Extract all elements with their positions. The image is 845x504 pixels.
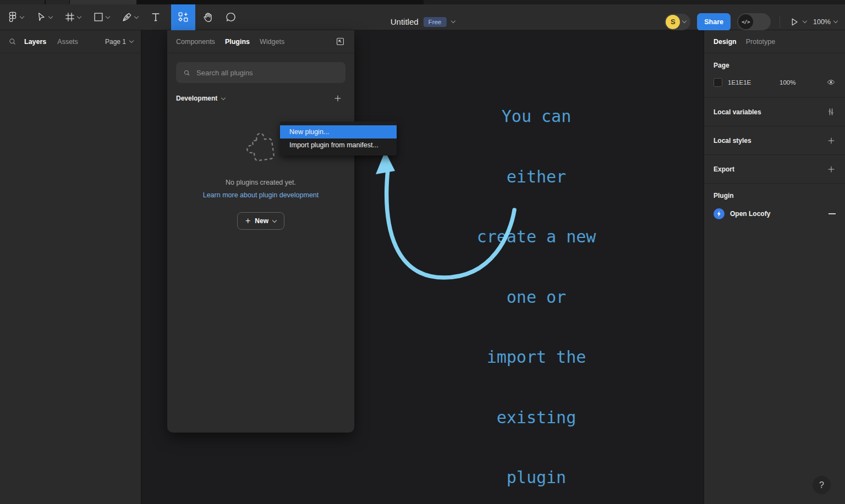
comment-tool-icon [225, 11, 237, 23]
window-tab-segment-active [70, 0, 136, 4]
zoom-menu[interactable]: 100% [813, 18, 837, 26]
main-menu-button[interactable] [7, 4, 24, 30]
chevron-down-icon [833, 19, 838, 23]
tab-prototype[interactable]: Prototype [746, 38, 776, 46]
plugin-search-input[interactable] [196, 69, 339, 77]
annotation-line: either [448, 167, 624, 187]
plus-icon: + [245, 217, 250, 225]
dev-mode-toggle[interactable]: </> [737, 13, 771, 30]
window-tab-segment [0, 0, 45, 4]
eye-icon [826, 77, 836, 87]
empty-message: No plugins created yet. [226, 179, 296, 186]
sliders-icon[interactable] [826, 107, 836, 117]
add-plugin-button[interactable] [333, 94, 342, 103]
toolbar-tools [0, 4, 249, 30]
plus-icon[interactable] [827, 165, 836, 174]
annotation-line: You can [448, 107, 624, 127]
puzzle-piece-icon [242, 127, 280, 167]
canvas-annotation-text: You can either create a new one or impor… [448, 67, 624, 504]
tab-assets[interactable]: Assets [57, 38, 78, 46]
right-sidebar-tabs: Design Prototype [704, 30, 845, 53]
document-title: Untitled [391, 17, 419, 26]
local-variables-label: Local variables [714, 108, 761, 116]
export-row[interactable]: Export [704, 155, 845, 184]
minus-icon [828, 213, 836, 214]
share-button[interactable]: Share [697, 13, 731, 31]
chevron-down-icon [48, 14, 53, 18]
plugin-row[interactable]: Open Locofy [714, 208, 836, 219]
annotation-line: create a new [448, 227, 624, 247]
window-tab-segment [46, 0, 69, 4]
text-tool-button[interactable] [150, 4, 162, 30]
divider [780, 16, 780, 28]
lightning-icon [714, 208, 725, 219]
popout-window-button[interactable] [335, 36, 345, 47]
plugins-panel: Components Plugins Widgets Development [167, 30, 354, 433]
annotation-line: existing [448, 408, 624, 428]
plugin-search[interactable] [176, 62, 345, 83]
code-toggle-icon: </> [738, 14, 753, 29]
plugin-section-title: Plugin [714, 192, 836, 200]
search-icon[interactable] [8, 37, 17, 46]
actions-tool-button[interactable] [171, 4, 195, 30]
menu-item-new-plugin[interactable]: New plugin... [280, 125, 397, 139]
move-tool-icon [35, 11, 47, 23]
hand-tool-button[interactable] [202, 4, 215, 30]
learn-more-link[interactable]: Learn more about plugin development [203, 191, 319, 199]
zoom-level: 100% [813, 18, 831, 26]
comment-tool-button[interactable] [225, 4, 237, 30]
local-variables-row[interactable]: Local variables [704, 98, 845, 126]
present-button[interactable] [789, 16, 806, 27]
avatar[interactable]: S [666, 15, 680, 29]
hand-tool-icon [202, 11, 215, 24]
help-button[interactable]: ? [813, 476, 831, 494]
actions-tool-icon [177, 11, 189, 23]
annotation-line: import the [448, 347, 624, 368]
annotation-line: one or [448, 287, 624, 308]
chevron-down-icon [77, 14, 81, 18]
page-section-title: Page [714, 62, 836, 69]
right-sidebar: Design Prototype Page 1E1E1E 100% Local … [704, 30, 845, 504]
local-styles-row[interactable]: Local styles [704, 126, 845, 155]
plus-icon[interactable] [827, 136, 836, 145]
tab-widgets[interactable]: Widgets [260, 38, 284, 46]
page-section: Page 1E1E1E 100% [704, 53, 845, 98]
tab-components[interactable]: Components [176, 38, 215, 46]
page-color-hex[interactable]: 1E1E1E [728, 79, 762, 86]
plugin-item-label: Open Locofy [730, 210, 770, 218]
development-section-title[interactable]: Development [176, 95, 225, 102]
shape-tool-button[interactable] [92, 4, 109, 30]
main-toolbar: Untitled Free S Share </> 100% [0, 4, 845, 30]
move-tool-button[interactable] [35, 4, 52, 30]
color-swatch[interactable] [714, 78, 722, 87]
menu-item-import-manifest[interactable]: Import plugin from manifest... [280, 139, 397, 152]
pen-tool-button[interactable] [121, 4, 138, 30]
account-menu[interactable]: S [665, 14, 690, 30]
page-selector[interactable]: Page 1 [105, 38, 133, 46]
chevron-down-icon [221, 95, 226, 99]
plan-badge: Free [424, 17, 447, 27]
chevron-down-icon [682, 19, 687, 23]
development-section-header: Development [167, 94, 354, 103]
shape-tool-icon [92, 11, 105, 23]
frame-tool-button[interactable] [64, 4, 81, 30]
chevron-down-icon[interactable] [451, 19, 455, 23]
tab-layers[interactable]: Layers [24, 38, 46, 46]
pen-tool-icon [121, 11, 133, 23]
new-plugin-button[interactable]: + New [237, 212, 284, 230]
tab-plugins[interactable]: Plugins [225, 38, 250, 46]
page-color-row: 1E1E1E 100% [714, 77, 836, 87]
frame-tool-icon [64, 11, 76, 23]
visibility-toggle[interactable] [826, 77, 836, 87]
chevron-down-icon [20, 14, 24, 18]
tab-design[interactable]: Design [714, 38, 737, 46]
page-opacity[interactable]: 100% [780, 79, 795, 86]
chevron-down-icon [129, 38, 134, 43]
new-button-label: New [255, 217, 268, 225]
play-icon [789, 16, 800, 27]
chevron-down-icon [134, 14, 139, 18]
annotation-line: plugin [448, 468, 624, 488]
popout-window-icon [335, 36, 345, 47]
left-sidebar-header: Layers Assets Page 1 [0, 30, 141, 53]
remove-plugin-button[interactable] [828, 213, 836, 214]
